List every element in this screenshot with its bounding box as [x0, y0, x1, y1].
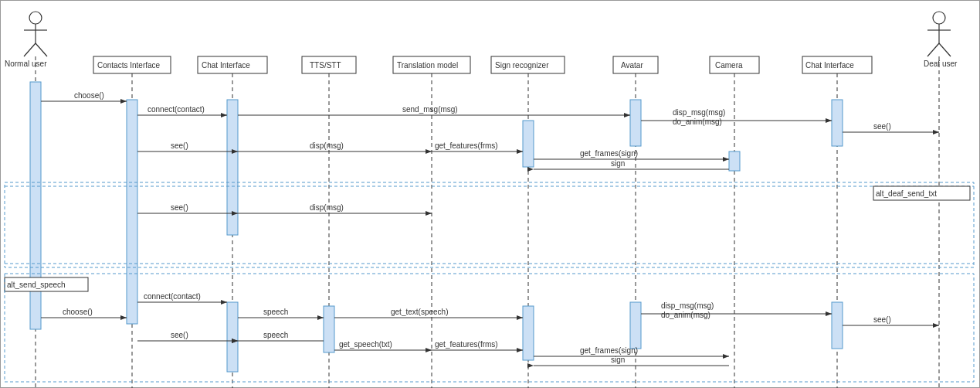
msg-sign-1: sign — [611, 159, 625, 168]
msg-get-features-2: get_features(frms) — [435, 340, 498, 349]
svg-line-11 — [939, 43, 951, 56]
msg-choose-2: choose() — [63, 308, 93, 316]
msg-send-msg: send_msg(msg) — [402, 105, 458, 114]
sign-recognizer-label: Sign recognizer — [495, 61, 549, 70]
msg-see-2: see() — [171, 141, 188, 150]
svg-rect-35 — [630, 100, 641, 146]
msg-get-text-speech: get_text(speech) — [391, 308, 449, 316]
msg-disp-2: disp(msg) — [310, 203, 344, 212]
msg-get-frames-1: get_frames(sign) — [580, 149, 638, 158]
msg-see-1: see() — [873, 122, 891, 131]
msg-get-speech-txt: get_speech(txt) — [339, 340, 392, 349]
msg-see-3: see() — [171, 203, 188, 212]
msg-disp-msg-2: disp_msg(msg) — [661, 301, 714, 310]
svg-rect-36 — [832, 100, 843, 146]
svg-point-7 — [933, 12, 945, 24]
deaf-user-label: Deaf user — [924, 60, 958, 68]
msg-disp-1: disp(msg) — [310, 141, 344, 150]
msg-do-anim-2: do_anim(msg) — [661, 311, 710, 319]
msg-get-frames-2: get_frames(sign) — [580, 346, 638, 355]
svg-line-5 — [24, 43, 36, 56]
svg-rect-37 — [729, 151, 740, 171]
svg-line-6 — [36, 43, 47, 56]
sequence-diagram: Normal user Deaf user Contacts Interface… — [0, 0, 980, 388]
chat-interface-2-label: Chat Interface — [805, 61, 854, 70]
svg-rect-34 — [523, 121, 534, 167]
alt-deaf-send-txt-label: alt_deaf_send_txt — [876, 189, 937, 198]
msg-connect-contact-2: connect(contact) — [144, 292, 201, 301]
svg-rect-33 — [227, 302, 238, 372]
camera-label: Camera — [715, 61, 743, 70]
avatar-label: Avatar — [621, 61, 643, 70]
alt-send-speech-label: alt_send_speech — [7, 281, 66, 289]
msg-disp-msg-1: disp_msg(msg) — [673, 108, 725, 117]
svg-rect-32 — [227, 100, 238, 235]
msg-speech-1: speech — [263, 308, 288, 316]
msg-sign-2: sign — [611, 356, 625, 364]
svg-rect-41 — [832, 302, 843, 349]
msg-see-4: see() — [873, 315, 891, 324]
msg-connect-contact: connect(contact) — [148, 105, 205, 114]
svg-rect-59 — [5, 274, 974, 382]
msg-see-5: see() — [171, 331, 188, 339]
msg-get-features-1: get_features(frms) — [435, 141, 498, 150]
msg-do-anim-1: do_anim(msg) — [673, 117, 722, 126]
svg-point-2 — [29, 12, 42, 24]
svg-rect-31 — [127, 100, 137, 324]
svg-rect-38 — [324, 306, 334, 352]
msg-speech-2: speech — [263, 331, 288, 339]
translation-model-label: Translation model — [397, 61, 458, 70]
svg-rect-39 — [523, 306, 534, 360]
svg-rect-57 — [5, 182, 974, 267]
svg-line-10 — [927, 43, 939, 56]
svg-rect-30 — [30, 82, 41, 329]
normal-user-label: Normal user — [5, 60, 47, 68]
svg-rect-40 — [630, 302, 641, 349]
msg-choose-1: choose() — [74, 91, 104, 100]
chat-interface-1-label: Chat Interface — [202, 61, 250, 70]
contacts-interface-label: Contacts Interface — [97, 61, 161, 70]
tts-stt-label: TTS/STT — [310, 61, 341, 70]
